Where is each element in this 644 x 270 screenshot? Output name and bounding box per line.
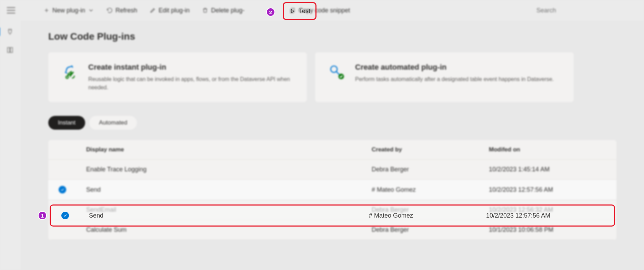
refresh-button[interactable]: Refresh [102,4,142,17]
edit-label: Edit plug-in [159,7,190,14]
search-input[interactable] [534,4,637,17]
cell-by: # Mateo Gomez [369,212,486,219]
card-instant-title: Create instant plug-in [88,63,294,72]
book-icon [6,46,14,54]
test-label: Test [299,8,310,15]
plugin-icon [6,28,14,35]
cell-by: # Mateo Gomez [372,186,489,193]
col-modified-on[interactable]: Modifed on [489,146,606,153]
tab-automated[interactable]: Automated [89,116,137,130]
new-plugin-button[interactable]: New plug-in [39,4,99,17]
hamburger-icon[interactable] [7,7,15,13]
toolbar: New plug-in Refresh Edit plug-in Delete … [0,0,644,21]
table-row[interactable]: Enable Trace Logging Debra Berger 10/2/2… [48,160,616,180]
delete-label: Delete plug- [211,7,244,14]
card-automated[interactable]: Create automated plug-in Perform tasks a… [315,52,574,102]
svg-point-1 [331,66,337,72]
instant-icon [61,63,80,82]
cell-on: 10/2/2023 1:45:14 AM [489,166,606,173]
refresh-icon [107,7,113,13]
card-automated-desc: Perform tasks automatically after a desi… [355,75,554,83]
cell-by: Debra Berger [372,166,489,173]
col-created-by[interactable]: Created by [372,146,489,153]
check-icon[interactable] [59,186,66,193]
page-title: Low Code Plug-ins [48,31,616,42]
card-automated-title: Create automated plug-in [355,63,554,72]
tab-instant[interactable]: Instant [48,116,85,130]
play-icon [290,8,295,14]
refresh-label: Refresh [115,7,137,14]
svg-point-0 [66,76,68,79]
new-plugin-label: New plug-in [52,7,85,14]
cell-name: Send [89,212,369,219]
callout-badge-1: 1 [38,211,47,220]
col-display-name[interactable]: Display name [86,146,372,153]
cell-name: Calculate Sum [86,226,372,233]
tabs: Instant Automated [48,116,616,130]
trash-icon [202,7,208,13]
automated-icon [328,63,347,82]
pencil-icon [150,7,156,13]
cards-row: Create instant plug-in Reusable logic th… [48,52,616,102]
sidebar-item-docs[interactable] [6,46,14,54]
cell-on: 10/2/2023 12:57:56 AM [489,186,606,193]
content-area: Low Code Plug-ins Create instant plug-in… [21,21,644,270]
cell-by: Debra Berger [372,226,489,233]
cell-name: Enable Trace Logging [86,166,372,173]
callout-badge-2: 2 [266,8,275,17]
chevron-down-icon [88,7,94,13]
plus-icon [43,7,50,13]
check-icon[interactable] [61,212,69,219]
cell-name: Send [86,186,372,193]
delete-plugin-button[interactable]: Delete plug- [197,4,249,17]
table-header: Display name Created by Modifed on [48,140,616,160]
card-instant[interactable]: Create instant plug-in Reusable logic th… [48,52,307,102]
card-instant-desc: Reusable logic that can be invoked in ap… [88,75,294,92]
test-button[interactable]: Test [290,8,310,15]
sidebar [0,21,21,270]
cell-on: 10/1/2023 10:06:58 PM [489,226,606,233]
cell-on: 10/2/2023 12:57:56 AM [486,212,603,219]
table-row-selected[interactable]: Send # Mateo Gomez 10/2/2023 12:57:56 AM [48,180,616,200]
row-overlay: Send # Mateo Gomez 10/2/2023 12:57:56 AM [51,206,614,225]
sidebar-item-plugins[interactable] [0,28,14,36]
edit-plugin-button[interactable]: Edit plug-in [145,4,194,17]
